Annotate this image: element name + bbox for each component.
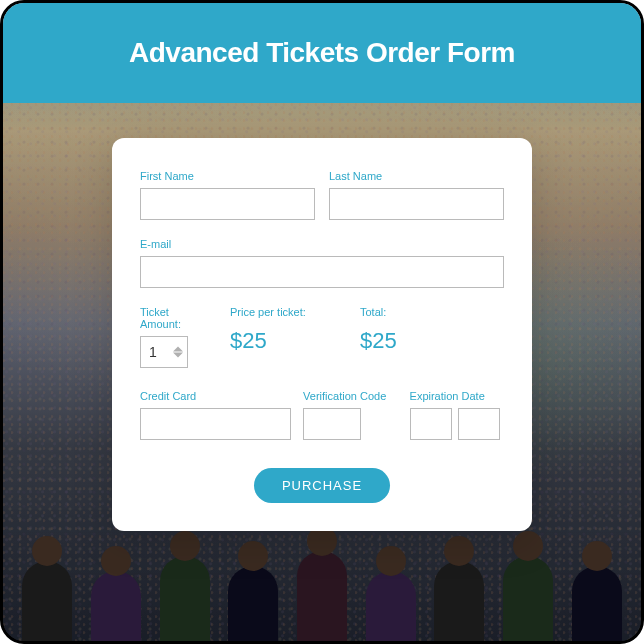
price-per-ticket-label: Price per ticket: <box>230 306 340 318</box>
credit-card-input[interactable] <box>140 408 291 440</box>
price-per-ticket-value: $25 <box>230 328 340 354</box>
page-title: Advanced Tickets Order Form <box>129 37 515 69</box>
expiration-year-input[interactable] <box>458 408 500 440</box>
header-banner: Advanced Tickets Order Form <box>3 3 641 103</box>
first-name-label: First Name <box>140 170 315 182</box>
verification-code-label: Verification Code <box>303 390 397 402</box>
total-label: Total: <box>360 306 504 318</box>
expiration-month-input[interactable] <box>410 408 452 440</box>
app-frame: Advanced Tickets Order Form First Name L… <box>0 0 644 644</box>
email-input[interactable] <box>140 256 504 288</box>
stepper-down-icon[interactable] <box>173 353 183 358</box>
last-name-label: Last Name <box>329 170 504 182</box>
email-label: E-mail <box>140 238 504 250</box>
verification-code-input[interactable] <box>303 408 361 440</box>
crowd-silhouettes <box>3 521 641 641</box>
order-form-card: First Name Last Name E-mail Ticket Amoun… <box>112 138 532 531</box>
first-name-input[interactable] <box>140 188 315 220</box>
ticket-amount-label: Ticket Amount: <box>140 306 210 330</box>
total-value: $25 <box>360 328 504 354</box>
expiration-date-label: Expiration Date <box>410 390 504 402</box>
credit-card-label: Credit Card <box>140 390 291 402</box>
stepper-up-icon[interactable] <box>173 347 183 352</box>
ticket-amount-value: 1 <box>149 344 157 360</box>
ticket-amount-stepper[interactable]: 1 <box>140 336 188 368</box>
last-name-input[interactable] <box>329 188 504 220</box>
purchase-button[interactable]: PURCHASE <box>254 468 390 503</box>
